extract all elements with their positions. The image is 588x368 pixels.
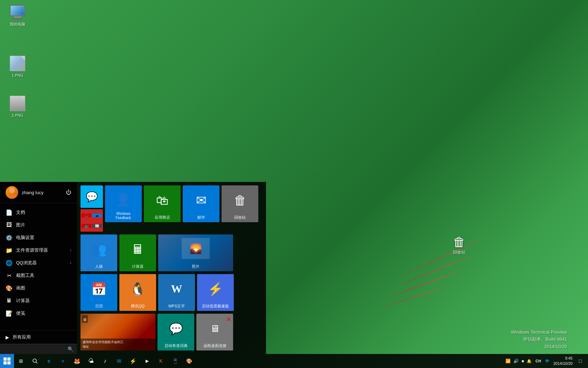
tile-dict-label: 启动有道词典 (159, 343, 193, 348)
taskbar-item-edge[interactable]: e (56, 354, 70, 368)
nav-item-documents[interactable]: 📄 文档 (0, 206, 77, 219)
documents-icon: 📄 (6, 209, 13, 216)
file-icon-2png (9, 95, 26, 112)
tile-calc-label: 计算器 (121, 264, 155, 269)
remote-x-icon: ✕ (226, 315, 232, 323)
desktop-recycle-bin[interactable]: 🗑 回收站 (453, 235, 465, 255)
start-nav-items: 📄 文档 🖼 图片 ⚙️ 电脑设置 📁 文件资源管理器 › 🌐 (0, 203, 77, 330)
tile-calendar-label: 日历 (82, 304, 116, 309)
nav-arrow-icon-2: › (70, 260, 71, 265)
tile-windows-feedback[interactable]: 👤 WindowsFeedback (105, 185, 142, 222)
start-menu-left-panel: zhang lucy ⏻ 📄 文档 🖼 图片 ⚙️ 电脑设置 📁 (0, 182, 77, 354)
small-tiles-col: 💬 🎧 ☁ 📺 📰 (80, 185, 103, 232)
start-menu-user[interactable]: zhang lucy ⏻ (0, 182, 77, 203)
tray-icon-notification[interactable]: 🔔 (526, 358, 533, 364)
tray-icon-network[interactable]: 📶 (504, 358, 512, 364)
taskbar-item-firefox[interactable]: 🦊 (70, 354, 84, 368)
file-manager-icon: 📁 (6, 247, 13, 254)
recycle-bin-label: 回收站 (453, 250, 465, 255)
tile-mail[interactable]: ✉ 邮件 (183, 185, 219, 222)
tile-skype[interactable]: 💬 (80, 185, 103, 208)
tile-tencent-qq[interactable]: 🐧 腾讯QQ (119, 274, 156, 311)
nav-item-file-manager[interactable]: 📁 文件资源管理器 › (0, 244, 77, 257)
tile-feedback-label: WindowsFeedback (106, 212, 140, 220)
remote-icon: 🖥 (210, 323, 220, 334)
taskbar-item-paint[interactable]: 🎨 (182, 354, 196, 368)
desktop-icons-container: 我的电脑 1.PNG 2.PNG (4, 4, 31, 117)
svg-line-4 (36, 362, 37, 363)
taskbar-item-weather[interactable]: 🌤 (84, 354, 98, 368)
all-apps-arrow-icon: ▶ (6, 335, 9, 340)
tile-people[interactable]: 👥 人脉 (80, 234, 117, 271)
taskbar-item-search[interactable] (28, 354, 42, 368)
taskbar-item-ie[interactable]: e (42, 354, 56, 368)
tray-input-mode[interactable]: 中 (544, 358, 551, 364)
tile-qq-label: 腾讯QQ (121, 304, 155, 309)
all-apps-button[interactable]: ▶ 所有应用 (0, 330, 77, 344)
desktop-icon-my-computer[interactable]: 我的电脑 (4, 4, 31, 27)
recycle-bin-icon: 🗑 (453, 235, 465, 250)
tile-recycle[interactable]: 🗑 回收站 (222, 185, 258, 222)
file-icon-1png (9, 55, 26, 72)
tile-thunder[interactable]: ⚡ 启动迅雷极速版 (197, 274, 234, 311)
desktop: 我的电脑 1.PNG 2.PNG Windows Tech (0, 0, 588, 368)
tile-news-label: 盛翔毕业生学挖掘机不如到工地址 (83, 340, 153, 349)
taskbar-item-kjplayer[interactable]: K (154, 354, 168, 368)
taskbar-item-groove[interactable]: ♪ (98, 354, 112, 368)
start-button[interactable] (0, 354, 14, 368)
tile-photos[interactable]: 🌄 照片 (158, 234, 233, 271)
tile-news-badge: 盛 (82, 315, 88, 323)
nav-item-paint[interactable]: 🎨 画图 (0, 282, 77, 294)
start-search-button[interactable]: 🔍 (68, 346, 74, 352)
taskbar-item-taskview[interactable]: ⊞ (14, 354, 28, 368)
nav-item-sticky-notes[interactable]: 📝 便笺 (0, 307, 77, 320)
desktop-icon-1png[interactable]: 1.PNG (4, 55, 31, 77)
tile-music[interactable]: 🎧 ☁ 📺 📰 (80, 209, 103, 232)
tile-calculator[interactable]: 🖩 计算器 (119, 234, 156, 271)
sticky-notes-icon: 📝 (6, 310, 13, 317)
calc-icon: 🖩 (132, 242, 144, 257)
nav-item-calculator[interactable]: 🖩 计算器 (0, 294, 77, 307)
nav-item-qq-browser[interactable]: 🌐 QQ浏览器 › (0, 257, 77, 269)
desktop-icon-label: 我的电脑 (10, 22, 25, 27)
tile-calendar[interactable]: 📅 日历 (80, 274, 117, 311)
start-search-input[interactable] (4, 347, 68, 352)
taskbar-item-tm[interactable]: 📱 (168, 354, 182, 368)
tile-news[interactable]: 盛翔毕业生学挖掘机不如到工地址 盛 (80, 314, 155, 350)
power-button[interactable]: ⏻ (66, 189, 71, 196)
tile-remote[interactable]: 🖥 ✕ 远程桌面连接 (196, 314, 233, 350)
show-desktop-button[interactable]: □ (575, 354, 585, 368)
tray-language-indicator[interactable]: CH (534, 358, 542, 364)
nav-item-screenshot[interactable]: ✂ 截图工具 (0, 269, 77, 282)
tile-store[interactable]: 🛍 应用商店 (144, 185, 181, 222)
tile-wps-label: WPS文字 (160, 304, 194, 309)
user-name: zhang lucy (22, 190, 62, 195)
tile-wps[interactable]: W WPS文字 (158, 274, 195, 311)
people-icon: 👥 (91, 242, 107, 257)
taskbar-item-thunder[interactable]: ⚡ (126, 354, 140, 368)
taskbar-item-potplayer[interactable]: ▶ (140, 354, 154, 368)
tray-icon-battery[interactable]: ■ (520, 358, 525, 364)
tile-store-label: 应用商店 (145, 215, 179, 220)
user-avatar (6, 186, 18, 199)
show-desktop-icon: □ (579, 358, 582, 364)
monitor-icon (9, 4, 26, 20)
start-search-bar: 🔍 (0, 344, 77, 354)
system-clock[interactable]: 9:45 2014/10/20 (552, 355, 574, 367)
nav-item-pictures[interactable]: 🖼 图片 (0, 219, 77, 231)
nav-item-settings[interactable]: ⚙️ 电脑设置 (0, 231, 77, 244)
recycle-tile-icon: 🗑 (234, 193, 246, 208)
tray-icon-sound[interactable]: 🔊 (512, 358, 520, 364)
wps-icon: W (171, 282, 182, 295)
desktop-icon-2png[interactable]: 2.PNG (4, 95, 31, 117)
start-menu: zhang lucy ⏻ 📄 文档 🖼 图片 ⚙️ 电脑设置 📁 (0, 182, 266, 354)
tile-remote-label: 远程桌面连接 (198, 343, 232, 348)
taskbar-item-wps[interactable]: W (112, 354, 126, 368)
desktop-icon-label-1png: 1.PNG (12, 73, 23, 77)
screenshot-icon: ✂ (6, 272, 13, 279)
tile-dict[interactable]: 💬 启动有道词典 (158, 314, 194, 350)
taskbar: ⊞ e e 🦊 🌤 ♪ W ⚡ ▶ K 📱 🎨 📶 🔊 (0, 354, 588, 368)
windows-preview-text: Windows Technical Preview 评估副本。Build 984… (511, 329, 567, 350)
settings-icon: ⚙️ (6, 234, 13, 241)
desktop-decorative-lines (378, 235, 518, 340)
